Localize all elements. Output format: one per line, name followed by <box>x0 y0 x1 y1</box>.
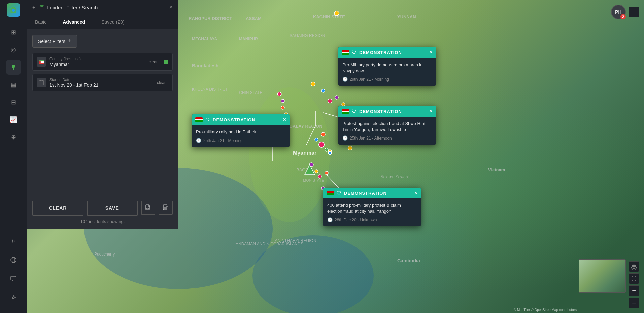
sidebar-item-location[interactable]: ◎ <box>6 42 21 57</box>
save-button[interactable]: SAVE <box>87 201 138 216</box>
popup3-shield-icon: 🛡 <box>352 109 357 114</box>
popup2-close-button[interactable]: × <box>430 50 433 55</box>
demonstration-popup-3: 🛡 DEMONSTRATION × Protest against electi… <box>338 106 436 145</box>
popup3-close-button[interactable]: × <box>430 109 433 114</box>
popup4-clock-icon: 🕐 <box>327 217 333 222</box>
attribution-text: © MapTiler © OpenStreetMap contributors <box>514 308 577 312</box>
select-filters-label: Select Filters <box>38 39 65 44</box>
demonstration-popup-2: 🛡 DEMONSTRATION × Pro-Military party dem… <box>338 47 436 86</box>
layers-control-button[interactable] <box>629 261 639 272</box>
pdf-icon: PDF <box>145 204 151 211</box>
popup4-body: 400 attend pro-military protest & claim … <box>323 198 421 226</box>
map-attribution: © MapTiler © OpenStreetMap contributors <box>514 308 577 312</box>
country-filter-clear[interactable]: clear <box>149 60 158 64</box>
panel-header: + Incident Filter / Search × <box>27 0 178 15</box>
tab-advanced[interactable]: Advanced <box>55 15 93 29</box>
popup2-flag <box>342 50 349 55</box>
popup1-close-button[interactable]: × <box>283 117 286 122</box>
select-filters-button[interactable]: Select Filters + <box>32 35 77 48</box>
incidents-count: 104 incidents showing. <box>32 219 173 224</box>
date-filter-clear[interactable]: clear <box>157 80 166 85</box>
sidebar-item-layers[interactable]: ⊞ <box>6 25 21 40</box>
fullscreen-icon <box>631 276 637 281</box>
sidebar-divider <box>7 149 20 149</box>
fullscreen-button[interactable] <box>629 273 639 284</box>
panel-title: Incident Filter / Search <box>47 5 166 10</box>
csv-icon <box>162 204 169 211</box>
popup3-clock-icon: 🕐 <box>342 135 348 141</box>
popup1-flag <box>195 117 203 122</box>
svg-point-68 <box>12 297 14 299</box>
popup1-header: 🛡 DEMONSTRATION × <box>192 114 290 125</box>
user-avatar[interactable]: PH 2 <box>611 5 626 19</box>
popup1-title: DEMONSTRATION <box>213 117 280 122</box>
sidebar-item-stack[interactable]: ⊕ <box>6 130 21 145</box>
popup2-title: DEMONSTRATION <box>359 50 427 55</box>
sidebar-item-grid[interactable]: ▦ <box>6 77 21 92</box>
popup1-shield-icon: 🛡 <box>205 117 210 122</box>
date-filter-icon <box>37 78 46 87</box>
svg-rect-73 <box>39 81 44 85</box>
filter-icon <box>39 4 44 11</box>
country-filter-row: Country (Including) Myanmar clear <box>32 53 173 71</box>
more-options-button[interactable]: ⋮ <box>629 7 639 17</box>
filter-panel: + Incident Filter / Search × Basic Advan… <box>27 0 178 229</box>
sidebar-item-chart[interactable]: 📈 <box>6 112 21 127</box>
sidebar-settings[interactable] <box>6 290 21 305</box>
sidebar-expand[interactable]: ⟩⟩ <box>6 234 21 248</box>
panel-body: Select Filters + Country (Including) Mya… <box>27 29 178 196</box>
popup3-title: DEMONSTRATION <box>359 109 427 114</box>
user-initials: PH <box>615 9 621 15</box>
minimap[interactable] <box>579 259 626 293</box>
popup3-time-text: 25th Jan 21 - Afternoon <box>350 136 392 141</box>
date-filter-content: Started Date 1st Nov 20 - 1st Feb 21 <box>49 78 154 88</box>
tab-saved[interactable]: Saved (20) <box>93 15 132 29</box>
sidebar-globe[interactable] <box>6 252 21 267</box>
popup4-title: DEMONSTRATION <box>344 191 412 196</box>
popup3-time: 🕐 25th Jan 21 - Afternoon <box>342 135 432 141</box>
pin-icon <box>10 64 17 71</box>
panel-pin-icon[interactable]: + <box>32 5 35 10</box>
csv-export-button[interactable] <box>159 201 173 215</box>
flag-icon <box>39 60 44 64</box>
popup2-header: 🛡 DEMONSTRATION × <box>338 47 436 58</box>
footer-buttons: CLEAR SAVE PDF <box>32 201 173 216</box>
date-filter-label: Started Date <box>49 78 154 82</box>
popup4-event: 400 attend pro-military protest & claim … <box>327 202 417 214</box>
panel-close-button[interactable]: × <box>169 4 173 10</box>
chat-icon <box>10 275 17 282</box>
popup2-clock-icon: 🕐 <box>342 77 348 82</box>
pdf-export-button[interactable]: PDF <box>141 201 155 215</box>
layers-icon <box>631 264 637 270</box>
country-filter-active-dot <box>164 60 168 64</box>
sidebar-item-pin[interactable] <box>6 60 21 75</box>
popup4-flag <box>327 191 334 195</box>
clear-button[interactable]: CLEAR <box>32 201 83 216</box>
panel-footer: CLEAR SAVE PDF 104 incidents showing. <box>27 196 178 229</box>
map-controls-bottom-right: + − <box>629 261 639 308</box>
demonstration-popup-1: 🛡 DEMONSTRATION × Pro-military rally hel… <box>192 114 290 147</box>
sidebar-item-filter[interactable]: ⊟ <box>6 95 21 110</box>
add-filter-icon: + <box>68 38 72 45</box>
date-filter-value: 1st Nov 20 - 1st Feb 21 <box>49 82 154 88</box>
popup1-time-text: 25th Jan 21 - Morning <box>203 138 243 143</box>
popup2-time-text: 29th Jan 21 - Morning <box>350 77 389 82</box>
demonstration-popup-4: 🛡 DEMONSTRATION × 400 attend pro-militar… <box>323 188 421 226</box>
zoom-in-button[interactable]: + <box>629 285 639 296</box>
user-notification-badge: 2 <box>620 14 626 19</box>
popup2-body: Pro-Military party demonstrators march i… <box>338 58 436 86</box>
popup1-event: Pro-military rally held in Pathein <box>196 129 285 135</box>
tab-basic[interactable]: Basic <box>27 15 55 29</box>
sidebar-chat[interactable] <box>6 271 21 286</box>
sidebar: ⊞ ◎ ▦ ⊟ 📈 ⊕ ⟩⟩ <box>0 0 27 313</box>
popup4-close-button[interactable]: × <box>414 190 417 196</box>
svg-text:PDF: PDF <box>146 207 149 209</box>
popup1-time: 🕐 25th Jan 21 - Morning <box>196 138 285 143</box>
popup4-time-text: 28th Dec 20 - Unknown <box>335 218 377 222</box>
app-logo[interactable] <box>7 3 20 17</box>
globe-icon <box>10 257 17 263</box>
popup2-shield-icon: 🛡 <box>352 50 357 55</box>
country-filter-label: Country (Including) <box>49 57 145 61</box>
calendar-icon <box>39 80 44 85</box>
zoom-out-button[interactable]: − <box>629 298 639 308</box>
